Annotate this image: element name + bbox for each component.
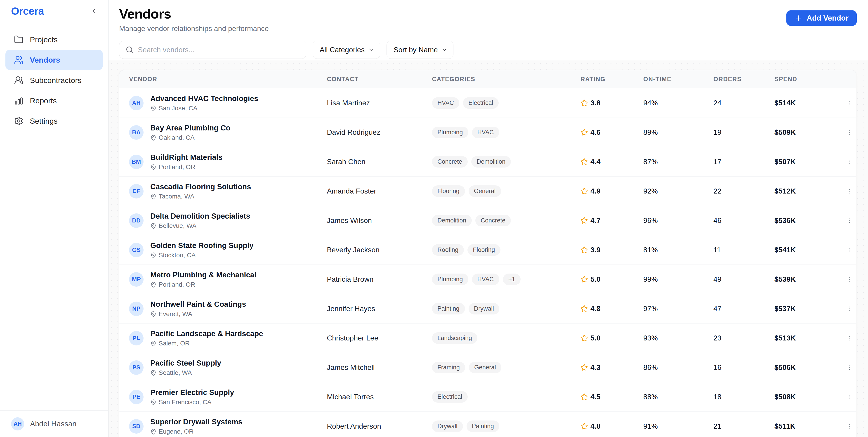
kebab-menu-icon (846, 364, 852, 371)
row-menu-button[interactable] (842, 361, 856, 374)
table-row[interactable]: BA Bay Area Plumbing Co Oakland, CA Davi… (119, 118, 856, 147)
table-row[interactable]: PL Pacific Landscape & Hardscape Salem, … (119, 323, 856, 353)
on-time-value: 88% (643, 393, 713, 401)
star-icon (581, 217, 588, 224)
sidebar-item-reports[interactable]: Reports (5, 90, 103, 111)
kebab-menu-icon (846, 158, 852, 165)
category-tag: Painting (467, 420, 500, 432)
sidebar-item-label: Reports (30, 96, 57, 105)
star-icon (581, 423, 588, 430)
table-row[interactable]: AH Advanced HVAC Technologies San Jose, … (119, 88, 856, 118)
rating-value: 3.9 (590, 246, 600, 254)
kebab-menu-icon (846, 247, 852, 253)
vendor-location: Seattle, WA (150, 369, 221, 376)
category-tag: Drywall (432, 420, 463, 432)
category-tag: Painting (432, 303, 465, 314)
contact-name: Jennifer Hayes (327, 305, 432, 313)
orders-value: 21 (713, 422, 774, 431)
category-tag: HVAC (432, 97, 459, 109)
row-menu-button[interactable] (842, 273, 856, 286)
vendor-avatar: PL (129, 331, 144, 345)
contact-name: Beverly Jackson (327, 246, 432, 254)
row-menu-button[interactable] (842, 185, 856, 198)
category-tag: Concrete (432, 156, 468, 167)
row-actions (842, 302, 856, 316)
collapse-sidebar-button[interactable] (88, 5, 100, 17)
spend-value: $513K (774, 334, 842, 342)
category-tags: Plumbing HVAC (432, 127, 581, 138)
vendors-table: VENDOR CONTACT CATEGORIES RATING ON-TIME… (119, 70, 856, 437)
team-icon (14, 75, 24, 85)
category-tag: Demolition (471, 156, 511, 167)
table-row[interactable]: PS Pacific Steel Supply Seattle, WA Jame… (119, 353, 856, 382)
vendor-location-text: Eugene, OR (159, 428, 193, 435)
vendor-name: BuildRight Materials (150, 153, 222, 162)
sidebar-item-settings[interactable]: Settings (5, 111, 103, 131)
vendor-info: Golden State Roofing Supply Stockton, CA (150, 241, 254, 259)
vendor-location-text: Everett, WA (159, 310, 192, 318)
table-row[interactable]: SD Superior Drywall Systems Eugene, OR R… (119, 412, 856, 437)
table-row[interactable]: BM BuildRight Materials Portland, OR Sar… (119, 147, 856, 177)
star-icon (581, 364, 588, 371)
vendor-location-text: Stockton, CA (159, 252, 195, 259)
vendor-avatar: DD (129, 213, 144, 228)
on-time-value: 97% (643, 305, 713, 313)
category-tag: Electrical (463, 97, 499, 109)
vendor-location-text: Oakland, CA (159, 134, 195, 141)
row-menu-button[interactable] (842, 126, 856, 139)
row-menu-button[interactable] (842, 419, 856, 433)
table-row[interactable]: PE Premier Electric Supply San Francisco… (119, 382, 856, 412)
category-tag: Flooring (432, 185, 465, 197)
on-time-value: 81% (643, 246, 713, 254)
user-menu[interactable]: AH Abdel Hassan (0, 410, 108, 437)
vendor-location-text: Portland, OR (159, 281, 195, 288)
on-time-value: 86% (643, 363, 713, 372)
column-header-vendor: VENDOR (129, 76, 327, 83)
star-icon (581, 276, 588, 283)
orders-value: 11 (713, 246, 774, 254)
sidebar-item-projects[interactable]: Projects (5, 29, 103, 50)
page-title: Vendors (119, 7, 857, 21)
table-row[interactable]: DD Delta Demolition Specialists Bellevue… (119, 206, 856, 235)
spend-value: $541K (774, 246, 842, 254)
rating-value: 5.0 (590, 334, 600, 342)
table-row[interactable]: MP Metro Plumbing & Mechanical Portland,… (119, 265, 856, 294)
row-actions (842, 155, 856, 169)
table-row[interactable]: CF Cascadia Flooring Solutions Tacoma, W… (119, 177, 856, 206)
row-menu-button[interactable] (842, 243, 856, 257)
row-menu-button[interactable] (842, 332, 856, 345)
sidebar-item-label: Projects (30, 35, 58, 44)
row-menu-button[interactable] (842, 214, 856, 227)
kebab-menu-icon (846, 100, 852, 106)
kebab-menu-icon (846, 423, 852, 430)
contact-name: James Wilson (327, 216, 432, 225)
table-row[interactable]: GS Golden State Roofing Supply Stockton,… (119, 235, 856, 265)
row-actions (842, 273, 856, 286)
vendor-avatar: SD (129, 419, 144, 434)
row-menu-button[interactable] (842, 390, 856, 404)
column-header-contact: CONTACT (327, 76, 432, 83)
row-menu-button[interactable] (842, 155, 856, 169)
sidebar-item-vendors[interactable]: Vendors (5, 50, 103, 70)
row-actions (842, 96, 856, 110)
orders-value: 18 (713, 393, 774, 401)
category-filter-select[interactable]: All Categories (313, 41, 380, 59)
kebab-menu-icon (846, 394, 852, 400)
map-pin-icon (150, 252, 156, 258)
page-header: Vendors Manage vendor relationships and … (108, 0, 868, 60)
row-menu-button[interactable] (842, 96, 856, 110)
rating-cell: 3.8 (581, 99, 643, 107)
sidebar-item-subcontractors[interactable]: Subcontractors (5, 70, 103, 90)
add-vendor-button[interactable]: Add Vendor (786, 10, 857, 26)
category-tags: Plumbing HVAC +1 (432, 274, 581, 285)
sort-select[interactable]: Sort by Name (386, 41, 454, 59)
rating-value: 4.4 (590, 158, 600, 166)
vendor-info: Premier Electric Supply San Francisco, C… (150, 388, 234, 406)
table-row[interactable]: NP Northwell Paint & Coatings Everett, W… (119, 294, 856, 323)
vendor-info: Northwell Paint & Coatings Everett, WA (150, 300, 246, 318)
row-menu-button[interactable] (842, 302, 856, 316)
main-content: Vendors Manage vendor relationships and … (108, 0, 868, 437)
category-tags: Concrete Demolition (432, 156, 581, 167)
search-input[interactable] (137, 45, 300, 54)
kebab-menu-icon (846, 217, 852, 224)
